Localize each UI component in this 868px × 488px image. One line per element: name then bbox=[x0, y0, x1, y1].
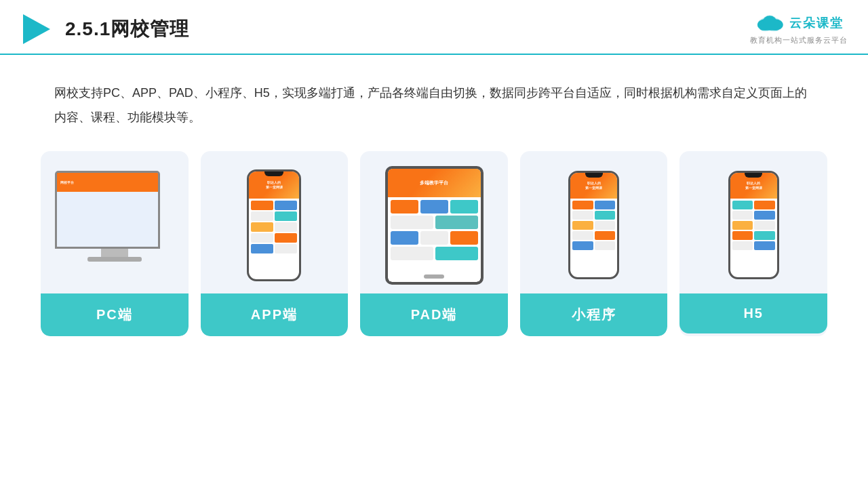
app-row-4 bbox=[251, 233, 297, 243]
h5-box-8 bbox=[754, 231, 775, 240]
tab-box-9 bbox=[391, 247, 433, 260]
pc-block-2 bbox=[60, 224, 155, 244]
tablet-row-1 bbox=[391, 200, 478, 214]
pc-base bbox=[87, 257, 142, 262]
mini-row-3 bbox=[572, 221, 615, 230]
pc-image-area: 网校平台 bbox=[41, 151, 189, 293]
h5-box-6 bbox=[754, 221, 775, 230]
svg-marker-0 bbox=[23, 14, 50, 44]
header: 2.5.1网校管理 云朵课堂 教育机构一站式服务云平台 bbox=[0, 0, 868, 55]
app-box-7 bbox=[251, 233, 273, 243]
tab-box-3 bbox=[450, 200, 478, 214]
mini-box-1 bbox=[572, 201, 593, 209]
logo-sub: 教育机构一站式服务云平台 bbox=[750, 35, 848, 45]
app-box-1 bbox=[251, 201, 273, 210]
pc-label: PC端 bbox=[41, 293, 189, 336]
app-row-1 bbox=[251, 201, 297, 210]
cards-area: 网校平台 bbox=[0, 129, 868, 336]
pc-mini-2 bbox=[92, 207, 123, 220]
app-box-8 bbox=[275, 233, 297, 243]
h5-box-1 bbox=[732, 201, 753, 209]
tab-box-7 bbox=[420, 231, 448, 245]
tab-box-5 bbox=[435, 216, 478, 229]
app-row-2 bbox=[251, 211, 297, 221]
pc-mockup: 网校平台 bbox=[55, 171, 174, 279]
app-label: APP端 bbox=[201, 293, 349, 336]
mini-phone-notch bbox=[585, 173, 603, 178]
h5-phone-content bbox=[730, 199, 777, 252]
description-paragraph: 网校支持PC、APP、PAD、小程序、H5，实现多端打通，产品各终端自由切换，数… bbox=[54, 81, 814, 129]
h5-box-9 bbox=[732, 241, 753, 250]
app-box-10 bbox=[275, 244, 297, 253]
pad-label: PAD端 bbox=[360, 293, 508, 336]
tablet-content bbox=[388, 197, 481, 263]
h5-row-1 bbox=[732, 201, 775, 209]
mini-phone-top-text: 职达人的第一堂网课 bbox=[584, 180, 604, 192]
mini-box-2 bbox=[595, 201, 616, 209]
tab-box-4 bbox=[391, 216, 433, 229]
svg-rect-7 bbox=[760, 24, 780, 30]
tablet-row-4 bbox=[391, 247, 478, 260]
tab-box-6 bbox=[391, 231, 418, 245]
mini-phone-content bbox=[570, 199, 617, 252]
logo-area: 云朵课堂 教育机构一站式服务云平台 bbox=[750, 12, 848, 45]
tab-box-2 bbox=[420, 200, 448, 214]
pc-mini-4 bbox=[60, 224, 107, 244]
mini-box-7 bbox=[572, 231, 593, 240]
app-screen-top-text: 职达人的第一堂网课 bbox=[264, 179, 284, 191]
pc-header-text: 网校平台 bbox=[60, 180, 74, 184]
logo-cloud: 云朵课堂 bbox=[754, 12, 844, 34]
page-title: 2.5.1网校管理 bbox=[65, 16, 189, 42]
mini-box-9 bbox=[572, 241, 593, 250]
card-mini: 职达人的第一堂网课 bbox=[520, 151, 668, 336]
logo-text: 云朵课堂 bbox=[789, 15, 844, 31]
pc-bar-1 bbox=[60, 195, 155, 197]
tab-box-10 bbox=[435, 247, 478, 260]
h5-box-4 bbox=[754, 211, 775, 220]
cloud-icon bbox=[754, 12, 785, 34]
tablet-screen: 多端教学平台 bbox=[388, 169, 481, 282]
pc-screen-inner: 网校平台 bbox=[57, 173, 158, 247]
tablet-screen-top: 多端教学平台 bbox=[388, 169, 481, 197]
h5-box-3 bbox=[732, 211, 753, 220]
h5-phone-notch bbox=[745, 173, 762, 178]
app-phone-content bbox=[249, 199, 299, 256]
card-app: 职达人的第一堂网课 bbox=[201, 151, 349, 336]
pc-mini-5 bbox=[108, 224, 156, 244]
app-box-3 bbox=[251, 211, 273, 221]
bottom-spacer bbox=[0, 336, 868, 377]
tablet-row-3 bbox=[391, 231, 478, 245]
tablet-mockup: 多端教学平台 bbox=[385, 166, 484, 285]
h5-row-4 bbox=[732, 231, 775, 240]
pad-image-area: 多端教学平台 bbox=[360, 151, 508, 293]
h5-row-2 bbox=[732, 211, 775, 220]
mini-row-4 bbox=[572, 231, 615, 240]
pc-mini-3 bbox=[125, 207, 156, 220]
h5-box-5 bbox=[732, 221, 753, 230]
tab-box-8 bbox=[450, 231, 478, 245]
card-pc: 网校平台 bbox=[41, 151, 189, 336]
h5-row-5 bbox=[732, 241, 775, 250]
play-icon bbox=[20, 13, 53, 45]
h5-box-2 bbox=[754, 201, 775, 209]
mini-phone-mockup: 职达人的第一堂网课 bbox=[568, 171, 619, 279]
pc-bar-2 bbox=[60, 199, 136, 200]
mini-box-3 bbox=[572, 211, 593, 220]
app-box-4 bbox=[275, 211, 297, 221]
mini-phone-screen: 职达人的第一堂网课 bbox=[570, 173, 617, 277]
h5-box-10 bbox=[754, 241, 775, 250]
h5-row-3 bbox=[732, 221, 775, 230]
mini-label: 小程序 bbox=[520, 293, 668, 336]
pc-screen-content bbox=[58, 193, 157, 245]
h5-phone-top-text: 职达人的第一堂网课 bbox=[744, 180, 764, 192]
description-text: 网校支持PC、APP、PAD、小程序、H5，实现多端打通，产品各终端自由切换，数… bbox=[0, 55, 868, 129]
tab-box-1 bbox=[391, 200, 418, 214]
header-left: 2.5.1网校管理 bbox=[20, 13, 189, 45]
app-box-2 bbox=[275, 201, 297, 210]
mini-box-4 bbox=[595, 211, 616, 220]
app-row-5 bbox=[251, 244, 297, 253]
pc-bar-3 bbox=[60, 202, 117, 203]
mini-row-5 bbox=[572, 241, 615, 250]
app-phone-mockup: 职达人的第一堂网课 bbox=[247, 169, 301, 281]
tablet-row-2 bbox=[391, 216, 478, 229]
